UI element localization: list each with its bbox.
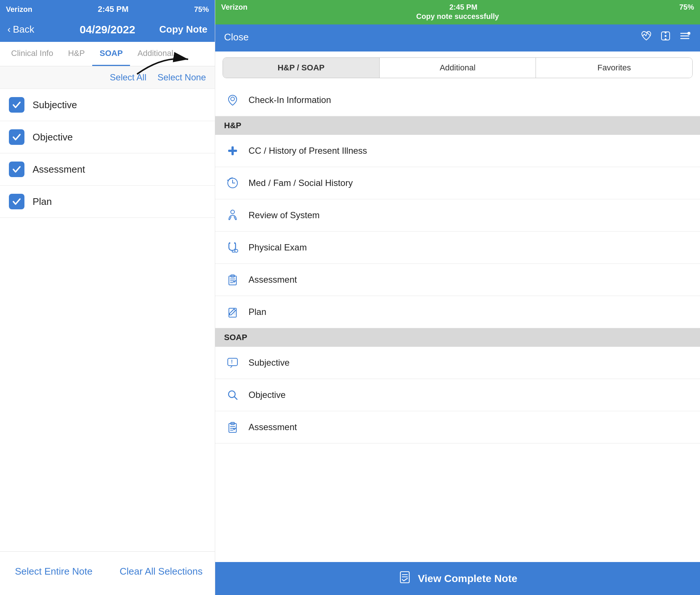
tab-clinical-info[interactable]: Clinical Info bbox=[4, 42, 61, 66]
more-options-icon[interactable] bbox=[659, 30, 672, 45]
list-item-checkin[interactable]: Check-In Information bbox=[215, 84, 700, 116]
select-entire-note-button[interactable]: Select Entire Note bbox=[0, 562, 107, 581]
checkbox-plan[interactable] bbox=[9, 194, 24, 209]
stethoscope-icon bbox=[224, 239, 241, 256]
heart-icon[interactable] bbox=[640, 30, 653, 45]
header-icons bbox=[640, 30, 691, 45]
med-history-label: Med / Fam / Social History bbox=[249, 178, 353, 188]
select-row: Select All Select None bbox=[0, 66, 215, 89]
check-icon bbox=[12, 197, 21, 206]
list-item-plan-hp[interactable]: Plan bbox=[215, 296, 700, 328]
list-item-objective-soap[interactable]: Objective bbox=[215, 379, 700, 411]
checkin-label: Check-In Information bbox=[249, 95, 331, 105]
clipboard-icon bbox=[224, 271, 241, 288]
clipboard2-icon bbox=[224, 419, 241, 436]
svg-line-30 bbox=[234, 397, 237, 399]
view-complete-note-button[interactable]: View Complete Note bbox=[215, 562, 700, 595]
physical-exam-label: Physical Exam bbox=[249, 242, 307, 253]
assessment-hp-label: Assessment bbox=[249, 275, 297, 285]
person-icon bbox=[224, 207, 241, 224]
label-assessment: Assessment bbox=[33, 164, 85, 175]
pencil-icon bbox=[224, 303, 241, 320]
check-icon bbox=[12, 100, 21, 110]
right-status-bar: Verizon 2:45 PM 75% Copy note successful… bbox=[215, 0, 700, 24]
check-item-objective[interactable]: Objective bbox=[0, 121, 215, 153]
checkbox-objective[interactable] bbox=[9, 129, 24, 145]
left-battery: 75% bbox=[194, 5, 209, 14]
label-subjective: Subjective bbox=[33, 99, 77, 111]
clear-all-selections-button[interactable]: Clear All Selections bbox=[107, 562, 215, 581]
left-status-bar: Verizon 2:45 PM 75% bbox=[0, 0, 215, 19]
cross-icon bbox=[224, 142, 241, 159]
menu-icon[interactable] bbox=[679, 30, 691, 45]
checkbox-assessment[interactable] bbox=[9, 162, 24, 177]
right-time: 2:45 PM bbox=[449, 3, 477, 11]
right-battery: 75% bbox=[679, 3, 694, 11]
check-item-subjective[interactable]: Subjective bbox=[0, 89, 215, 121]
segment-control: H&P / SOAP Additional Favorites bbox=[223, 57, 693, 78]
segment-favorites[interactable]: Favorites bbox=[536, 58, 692, 78]
checkbox-subjective[interactable] bbox=[9, 97, 24, 113]
close-button[interactable]: Close bbox=[224, 31, 249, 43]
objective-soap-label: Objective bbox=[249, 390, 286, 400]
tab-hp[interactable]: H&P bbox=[61, 42, 92, 66]
cc-history-label: CC / History of Present Illness bbox=[249, 146, 367, 156]
svg-point-8 bbox=[687, 32, 690, 35]
back-chevron-icon: ‹ bbox=[7, 24, 11, 35]
right-carrier: Verizon bbox=[221, 3, 247, 11]
svg-point-16 bbox=[235, 249, 238, 252]
svg-point-17 bbox=[229, 242, 230, 244]
svg-point-13 bbox=[231, 210, 234, 214]
svg-point-9 bbox=[231, 97, 234, 101]
list-item-subjective-soap[interactable]: ! Subjective bbox=[215, 347, 700, 379]
section-hp: H&P bbox=[215, 116, 700, 135]
right-status-top-row: Verizon 2:45 PM 75% bbox=[221, 3, 694, 11]
section-soap: SOAP bbox=[215, 328, 700, 347]
history-icon bbox=[224, 174, 241, 192]
check-item-assessment[interactable]: Assessment bbox=[0, 153, 215, 186]
success-message: Copy note successfully bbox=[416, 11, 499, 23]
left-tabs: Clinical Info H&P SOAP Additional bbox=[0, 42, 215, 66]
segment-additional[interactable]: Additional bbox=[380, 58, 536, 78]
svg-rect-11 bbox=[228, 150, 237, 152]
back-label: Back bbox=[13, 24, 34, 35]
segment-hp-soap[interactable]: H&P / SOAP bbox=[223, 58, 380, 78]
list-item-physical-exam[interactable]: Physical Exam bbox=[215, 232, 700, 264]
select-none-link[interactable]: Select None bbox=[157, 72, 206, 83]
right-panel: Verizon 2:45 PM 75% Copy note successful… bbox=[215, 0, 700, 595]
search-icon bbox=[224, 386, 241, 403]
location-icon bbox=[224, 92, 241, 109]
select-all-link[interactable]: Select All bbox=[110, 72, 147, 83]
check-icon bbox=[12, 164, 21, 174]
tab-additional[interactable]: Additional bbox=[130, 42, 181, 66]
review-system-label: Review of System bbox=[249, 210, 320, 220]
document-check-icon bbox=[398, 570, 412, 587]
svg-point-2 bbox=[665, 35, 667, 37]
list-item-assessment-soap[interactable]: Assessment bbox=[215, 411, 700, 443]
check-list: Subjective Objective Assessment bbox=[0, 89, 215, 551]
header-date: 04/29/2022 bbox=[80, 23, 135, 36]
list-item-cc-history[interactable]: CC / History of Present Illness bbox=[215, 135, 700, 167]
chat-icon: ! bbox=[224, 354, 241, 371]
assessment-soap-label: Assessment bbox=[249, 422, 297, 432]
left-bottom-bar: Select Entire Note Clear All Selections bbox=[0, 551, 215, 595]
view-complete-note-label: View Complete Note bbox=[418, 573, 517, 585]
list-item-review-system[interactable]: Review of System bbox=[215, 199, 700, 232]
copy-note-button[interactable]: Copy Note bbox=[159, 24, 207, 35]
label-plan: Plan bbox=[33, 196, 52, 207]
svg-point-18 bbox=[234, 242, 236, 244]
right-header: Close bbox=[215, 24, 700, 51]
list-item-med-history[interactable]: Med / Fam / Social History bbox=[215, 167, 700, 199]
check-item-plan[interactable]: Plan bbox=[0, 186, 215, 218]
tab-soap[interactable]: SOAP bbox=[92, 42, 130, 66]
left-time: 2:45 PM bbox=[98, 4, 129, 14]
label-objective: Objective bbox=[33, 132, 73, 143]
right-list: Check-In Information H&P CC / History of… bbox=[215, 84, 700, 562]
back-button[interactable]: ‹ Back bbox=[7, 24, 34, 35]
left-header: ‹ Back 04/29/2022 Copy Note bbox=[0, 19, 215, 42]
list-item-assessment-hp[interactable]: Assessment bbox=[215, 264, 700, 296]
check-icon bbox=[12, 132, 21, 142]
svg-text:!: ! bbox=[231, 359, 233, 365]
left-carrier: Verizon bbox=[6, 5, 32, 14]
subjective-soap-label: Subjective bbox=[249, 358, 290, 368]
